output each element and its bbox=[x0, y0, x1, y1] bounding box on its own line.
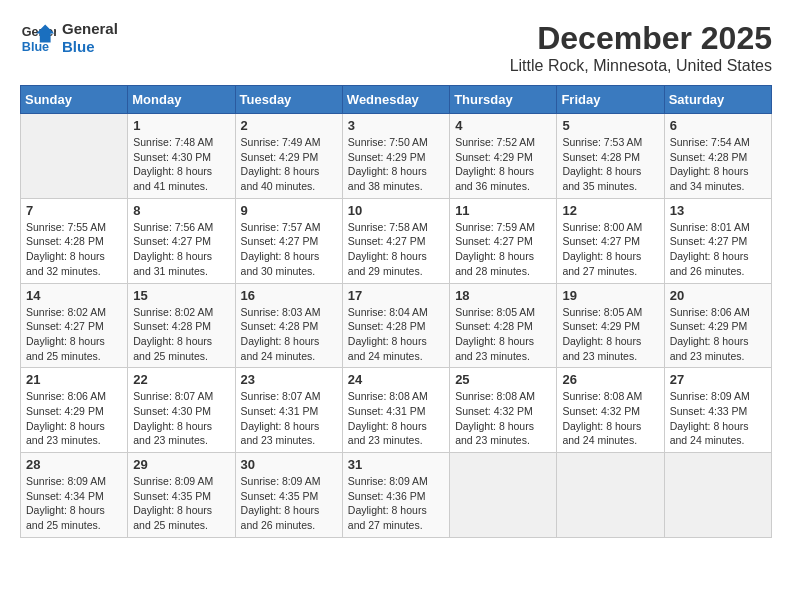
calendar-cell: 31Sunrise: 8:09 AM Sunset: 4:36 PM Dayli… bbox=[342, 453, 449, 538]
day-info: Sunrise: 8:08 AM Sunset: 4:32 PM Dayligh… bbox=[455, 389, 551, 448]
day-info: Sunrise: 7:56 AM Sunset: 4:27 PM Dayligh… bbox=[133, 220, 229, 279]
day-info: Sunrise: 7:59 AM Sunset: 4:27 PM Dayligh… bbox=[455, 220, 551, 279]
day-info: Sunrise: 8:09 AM Sunset: 4:34 PM Dayligh… bbox=[26, 474, 122, 533]
calendar-table: SundayMondayTuesdayWednesdayThursdayFrid… bbox=[20, 85, 772, 538]
day-number: 16 bbox=[241, 288, 337, 303]
calendar-cell: 2Sunrise: 7:49 AM Sunset: 4:29 PM Daylig… bbox=[235, 114, 342, 199]
calendar-header: SundayMondayTuesdayWednesdayThursdayFrid… bbox=[21, 86, 772, 114]
day-number: 8 bbox=[133, 203, 229, 218]
calendar-cell: 1Sunrise: 7:48 AM Sunset: 4:30 PM Daylig… bbox=[128, 114, 235, 199]
day-info: Sunrise: 8:04 AM Sunset: 4:28 PM Dayligh… bbox=[348, 305, 444, 364]
day-info: Sunrise: 8:03 AM Sunset: 4:28 PM Dayligh… bbox=[241, 305, 337, 364]
day-number: 14 bbox=[26, 288, 122, 303]
day-number: 2 bbox=[241, 118, 337, 133]
calendar-cell: 18Sunrise: 8:05 AM Sunset: 4:28 PM Dayli… bbox=[450, 283, 557, 368]
day-info: Sunrise: 7:55 AM Sunset: 4:28 PM Dayligh… bbox=[26, 220, 122, 279]
calendar-cell: 3Sunrise: 7:50 AM Sunset: 4:29 PM Daylig… bbox=[342, 114, 449, 199]
day-info: Sunrise: 8:02 AM Sunset: 4:27 PM Dayligh… bbox=[26, 305, 122, 364]
day-number: 23 bbox=[241, 372, 337, 387]
calendar-subtitle: Little Rock, Minnesota, United States bbox=[510, 57, 772, 75]
day-number: 15 bbox=[133, 288, 229, 303]
day-info: Sunrise: 7:52 AM Sunset: 4:29 PM Dayligh… bbox=[455, 135, 551, 194]
day-info: Sunrise: 8:09 AM Sunset: 4:36 PM Dayligh… bbox=[348, 474, 444, 533]
day-info: Sunrise: 7:58 AM Sunset: 4:27 PM Dayligh… bbox=[348, 220, 444, 279]
calendar-cell: 21Sunrise: 8:06 AM Sunset: 4:29 PM Dayli… bbox=[21, 368, 128, 453]
calendar-cell: 29Sunrise: 8:09 AM Sunset: 4:35 PM Dayli… bbox=[128, 453, 235, 538]
title-block: December 2025 Little Rock, Minnesota, Un… bbox=[510, 20, 772, 75]
day-info: Sunrise: 8:08 AM Sunset: 4:31 PM Dayligh… bbox=[348, 389, 444, 448]
day-number: 19 bbox=[562, 288, 658, 303]
calendar-cell: 12Sunrise: 8:00 AM Sunset: 4:27 PM Dayli… bbox=[557, 198, 664, 283]
day-number: 28 bbox=[26, 457, 122, 472]
day-info: Sunrise: 8:06 AM Sunset: 4:29 PM Dayligh… bbox=[26, 389, 122, 448]
calendar-cell: 10Sunrise: 7:58 AM Sunset: 4:27 PM Dayli… bbox=[342, 198, 449, 283]
calendar-cell: 30Sunrise: 8:09 AM Sunset: 4:35 PM Dayli… bbox=[235, 453, 342, 538]
calendar-cell: 11Sunrise: 7:59 AM Sunset: 4:27 PM Dayli… bbox=[450, 198, 557, 283]
calendar-cell: 8Sunrise: 7:56 AM Sunset: 4:27 PM Daylig… bbox=[128, 198, 235, 283]
logo-icon: General Blue bbox=[20, 20, 56, 56]
calendar-week: 1Sunrise: 7:48 AM Sunset: 4:30 PM Daylig… bbox=[21, 114, 772, 199]
day-info: Sunrise: 8:06 AM Sunset: 4:29 PM Dayligh… bbox=[670, 305, 766, 364]
day-info: Sunrise: 8:01 AM Sunset: 4:27 PM Dayligh… bbox=[670, 220, 766, 279]
weekday-row: SundayMondayTuesdayWednesdayThursdayFrid… bbox=[21, 86, 772, 114]
day-number: 22 bbox=[133, 372, 229, 387]
calendar-cell: 14Sunrise: 8:02 AM Sunset: 4:27 PM Dayli… bbox=[21, 283, 128, 368]
day-info: Sunrise: 8:09 AM Sunset: 4:33 PM Dayligh… bbox=[670, 389, 766, 448]
day-number: 5 bbox=[562, 118, 658, 133]
calendar-cell: 26Sunrise: 8:08 AM Sunset: 4:32 PM Dayli… bbox=[557, 368, 664, 453]
day-info: Sunrise: 7:53 AM Sunset: 4:28 PM Dayligh… bbox=[562, 135, 658, 194]
day-number: 6 bbox=[670, 118, 766, 133]
day-number: 7 bbox=[26, 203, 122, 218]
calendar-cell: 23Sunrise: 8:07 AM Sunset: 4:31 PM Dayli… bbox=[235, 368, 342, 453]
day-info: Sunrise: 7:48 AM Sunset: 4:30 PM Dayligh… bbox=[133, 135, 229, 194]
weekday-header: Tuesday bbox=[235, 86, 342, 114]
day-number: 30 bbox=[241, 457, 337, 472]
day-number: 12 bbox=[562, 203, 658, 218]
day-number: 4 bbox=[455, 118, 551, 133]
calendar-cell bbox=[557, 453, 664, 538]
day-number: 9 bbox=[241, 203, 337, 218]
day-number: 17 bbox=[348, 288, 444, 303]
day-number: 29 bbox=[133, 457, 229, 472]
day-number: 13 bbox=[670, 203, 766, 218]
day-info: Sunrise: 8:07 AM Sunset: 4:30 PM Dayligh… bbox=[133, 389, 229, 448]
calendar-cell: 5Sunrise: 7:53 AM Sunset: 4:28 PM Daylig… bbox=[557, 114, 664, 199]
day-number: 31 bbox=[348, 457, 444, 472]
day-number: 27 bbox=[670, 372, 766, 387]
day-info: Sunrise: 7:50 AM Sunset: 4:29 PM Dayligh… bbox=[348, 135, 444, 194]
day-number: 21 bbox=[26, 372, 122, 387]
calendar-cell: 15Sunrise: 8:02 AM Sunset: 4:28 PM Dayli… bbox=[128, 283, 235, 368]
day-number: 24 bbox=[348, 372, 444, 387]
day-number: 25 bbox=[455, 372, 551, 387]
calendar-week: 14Sunrise: 8:02 AM Sunset: 4:27 PM Dayli… bbox=[21, 283, 772, 368]
calendar-week: 21Sunrise: 8:06 AM Sunset: 4:29 PM Dayli… bbox=[21, 368, 772, 453]
weekday-header: Thursday bbox=[450, 86, 557, 114]
day-info: Sunrise: 7:57 AM Sunset: 4:27 PM Dayligh… bbox=[241, 220, 337, 279]
calendar-cell: 4Sunrise: 7:52 AM Sunset: 4:29 PM Daylig… bbox=[450, 114, 557, 199]
calendar-body: 1Sunrise: 7:48 AM Sunset: 4:30 PM Daylig… bbox=[21, 114, 772, 538]
day-number: 3 bbox=[348, 118, 444, 133]
calendar-cell bbox=[664, 453, 771, 538]
day-number: 1 bbox=[133, 118, 229, 133]
day-number: 10 bbox=[348, 203, 444, 218]
weekday-header: Friday bbox=[557, 86, 664, 114]
day-number: 18 bbox=[455, 288, 551, 303]
calendar-cell: 7Sunrise: 7:55 AM Sunset: 4:28 PM Daylig… bbox=[21, 198, 128, 283]
calendar-cell: 25Sunrise: 8:08 AM Sunset: 4:32 PM Dayli… bbox=[450, 368, 557, 453]
day-info: Sunrise: 7:49 AM Sunset: 4:29 PM Dayligh… bbox=[241, 135, 337, 194]
day-number: 11 bbox=[455, 203, 551, 218]
day-info: Sunrise: 8:07 AM Sunset: 4:31 PM Dayligh… bbox=[241, 389, 337, 448]
day-info: Sunrise: 8:08 AM Sunset: 4:32 PM Dayligh… bbox=[562, 389, 658, 448]
day-info: Sunrise: 8:05 AM Sunset: 4:29 PM Dayligh… bbox=[562, 305, 658, 364]
calendar-cell: 24Sunrise: 8:08 AM Sunset: 4:31 PM Dayli… bbox=[342, 368, 449, 453]
day-number: 26 bbox=[562, 372, 658, 387]
calendar-cell: 28Sunrise: 8:09 AM Sunset: 4:34 PM Dayli… bbox=[21, 453, 128, 538]
calendar-title: December 2025 bbox=[510, 20, 772, 57]
calendar-cell: 16Sunrise: 8:03 AM Sunset: 4:28 PM Dayli… bbox=[235, 283, 342, 368]
weekday-header: Saturday bbox=[664, 86, 771, 114]
weekday-header: Sunday bbox=[21, 86, 128, 114]
calendar-cell bbox=[21, 114, 128, 199]
calendar-cell: 13Sunrise: 8:01 AM Sunset: 4:27 PM Dayli… bbox=[664, 198, 771, 283]
day-number: 20 bbox=[670, 288, 766, 303]
logo-blue: Blue bbox=[62, 38, 118, 56]
